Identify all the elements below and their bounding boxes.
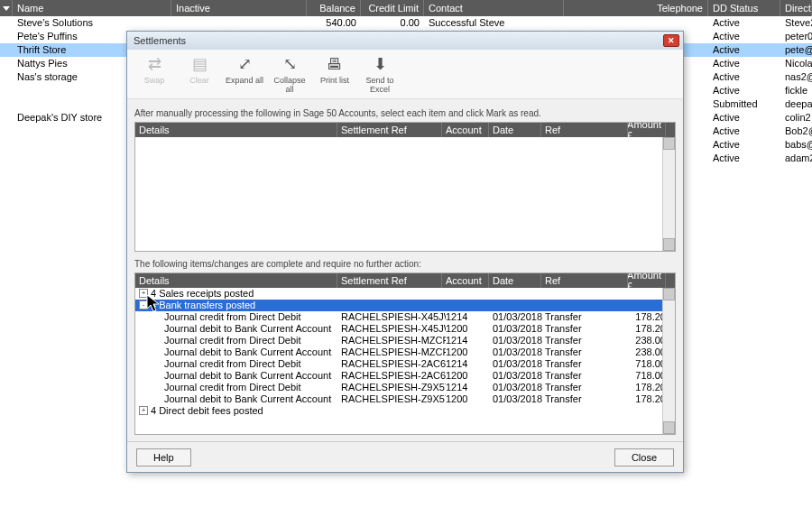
tree-group-row[interactable]: +4 Direct debit fees posted — [135, 405, 675, 417]
collapse-label: Collapse all — [270, 77, 309, 95]
tree-detail-row[interactable]: Journal credit from Direct DebitRACHELSP… — [135, 311, 675, 323]
modal-title: Settlements — [131, 35, 663, 46]
print-button[interactable]: 🖶 Print list — [315, 53, 355, 95]
excel-label: Send to Excel — [360, 77, 400, 95]
bg-table-row[interactable]: Steve's Solutions540.000.00Successful St… — [0, 16, 812, 30]
col-settlement2[interactable]: Settlement Ref — [337, 273, 442, 288]
swap-icon: ⇄ — [134, 53, 174, 75]
col-ddstatus[interactable]: DD Status — [708, 0, 780, 16]
tree-detail-row[interactable]: Journal credit from Direct DebitRACHELSP… — [135, 358, 675, 370]
col-ref[interactable]: Ref — [541, 123, 628, 137]
upper-scrollbar[interactable] — [662, 137, 675, 251]
toolbar: ⇄ Swap ▤ Clear ⤢ Expand all ⤡ Collapse a… — [127, 50, 683, 99]
collapse-all-button[interactable]: ⤡ Collapse all — [270, 53, 309, 95]
tree-detail-row[interactable]: Journal debit to Bank Current AccountRAC… — [135, 323, 675, 335]
col-settlement[interactable]: Settlement Ref — [337, 123, 442, 137]
print-icon: 🖶 — [315, 53, 355, 75]
col-date[interactable]: Date — [489, 123, 541, 137]
lower-scrollbar[interactable] — [662, 288, 675, 434]
tree-detail-row[interactable]: Journal credit from Direct DebitRACHELSP… — [135, 335, 675, 346]
clear-button: ▤ Clear — [180, 53, 219, 95]
expand-toggle-header[interactable] — [0, 0, 13, 16]
clear-label: Clear — [180, 77, 219, 86]
tree-toggle-icon[interactable]: + — [139, 406, 148, 415]
lower-tree[interactable]: +4 Sales receipts posted-4 Bank transfer… — [135, 288, 675, 417]
col-ref2[interactable]: Ref — [541, 273, 628, 288]
col-amount[interactable]: Amount £ — [628, 123, 666, 137]
excel-icon: ⬇ — [360, 53, 400, 75]
tree-detail-row[interactable]: Journal debit to Bank Current AccountRAC… — [135, 370, 675, 382]
col-amount2[interactable]: Amount £ — [628, 273, 666, 288]
close-button[interactable]: Close — [614, 448, 674, 466]
col-name[interactable]: Name — [13, 0, 171, 16]
help-button[interactable]: Help — [136, 448, 191, 466]
col-account[interactable]: Account — [442, 123, 489, 137]
col-details[interactable]: Details — [135, 123, 337, 137]
settlements-modal: Settlements ✕ ⇄ Swap ▤ Clear ⤢ Expand al… — [126, 31, 684, 473]
expand-icon: ⤢ — [225, 53, 264, 75]
swap-button: ⇄ Swap — [134, 53, 174, 95]
col-details2[interactable]: Details — [135, 273, 337, 288]
col-contact[interactable]: Contact — [424, 0, 564, 16]
send-to-excel-button[interactable]: ⬇ Send to Excel — [360, 53, 400, 95]
tree-detail-row[interactable]: Journal debit to Bank Current AccountRAC… — [135, 393, 675, 405]
col-account2[interactable]: Account — [442, 273, 489, 288]
tree-detail-row[interactable]: Journal debit to Bank Current AccountRAC… — [135, 346, 675, 358]
col-inactive[interactable]: Inactive — [171, 0, 307, 16]
col-direct[interactable]: Direct — [780, 0, 812, 16]
window-close-button[interactable]: ✕ — [663, 34, 679, 47]
upper-info-text: After manually processing the following … — [134, 108, 676, 118]
modal-titlebar[interactable]: Settlements ✕ — [127, 32, 683, 50]
modal-footer: Help Close — [127, 441, 683, 472]
collapse-icon: ⤡ — [270, 53, 309, 75]
expand-label: Expand all — [225, 77, 264, 86]
upper-grid: Details Settlement Ref Account Date Ref … — [134, 122, 676, 252]
tree-toggle-icon[interactable]: + — [139, 289, 148, 298]
col-date2[interactable]: Date — [489, 273, 541, 288]
tree-detail-row[interactable]: Journal credit from Direct DebitRACHELSP… — [135, 382, 675, 393]
expand-all-button[interactable]: ⤢ Expand all — [225, 53, 264, 95]
lower-grid: Details Settlement Ref Account Date Ref … — [134, 272, 676, 435]
col-creditlimit[interactable]: Credit Limit — [361, 0, 424, 16]
print-label: Print list — [315, 77, 355, 86]
lower-info-text: The following items/changes are complete… — [134, 259, 676, 269]
clear-icon: ▤ — [180, 53, 219, 75]
col-balance[interactable]: Balance — [307, 0, 361, 16]
bg-column-headers: Name Inactive Balance Credit Limit Conta… — [0, 0, 812, 16]
tree-group-row[interactable]: +4 Sales receipts posted — [135, 288, 675, 300]
col-telephone[interactable]: Telephone — [564, 0, 708, 16]
tree-group-row[interactable]: -4 Bank transfers posted — [135, 300, 675, 311]
tree-toggle-icon[interactable]: - — [139, 300, 148, 309]
swap-label: Swap — [134, 77, 174, 86]
